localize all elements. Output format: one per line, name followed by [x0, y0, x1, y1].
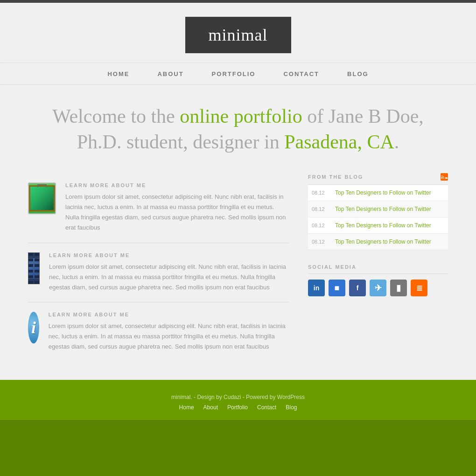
blog-row-2[interactable]: 08.12 Top Ten Designers to Follow on Twi… — [308, 201, 448, 217]
twitter-icon[interactable]: ✈ — [370, 280, 386, 296]
digg-icon[interactable]: ▮ — [390, 280, 407, 296]
info-icon: i — [28, 312, 39, 343]
blog-date-4: 08.12 — [308, 234, 331, 250]
nav-link-portfolio[interactable]: PORTFOLIO — [212, 70, 256, 77]
blog-section-header: FROM THE BLOG — [308, 173, 448, 185]
hero-highlight-2: Pasadena, CA — [284, 131, 394, 153]
footer-nav-contact[interactable]: Contact — [257, 404, 276, 411]
feature-title-1: LEARN MORE ABOUT ME — [65, 182, 289, 188]
hero-text-start: Welcome to the — [52, 105, 180, 127]
feature-item-3: i LEARN MORE ABOUT ME Lorem ipsum dolor … — [28, 302, 289, 361]
blog-section: FROM THE BLOG 08.12 Top Ten Designers to… — [308, 173, 448, 250]
blog-date-1: 08.12 — [308, 185, 331, 201]
footer-credit-text: minimal. - Design by Cudazi - Powered by… — [171, 394, 305, 400]
blog-section-title: FROM THE BLOG — [308, 174, 363, 180]
rss-social-icon[interactable]: ≣ — [411, 280, 427, 296]
footer: minimal. - Design by Cudazi - Powered by… — [0, 380, 476, 420]
blog-title-4: Top Ten Designers to Follow on Twitter — [331, 234, 448, 250]
hero-section: Welcome to the online portfolio of Jane … — [0, 85, 476, 168]
blog-date-2: 08.12 — [308, 201, 331, 217]
blog-table: 08.12 Top Ten Designers to Follow on Twi… — [308, 185, 448, 250]
rss-svg — [441, 174, 445, 180]
blog-date-3: 08.12 — [308, 217, 331, 234]
feature-text-2: LEARN MORE ABOUT ME Lorem ipsum dolor si… — [49, 252, 289, 293]
feature-body-3: Lorem ipsum dolor sit amet, consectetur … — [49, 321, 289, 352]
feature-body-2: Lorem ipsum dolor sit amet, consectetur … — [49, 262, 289, 293]
social-section: SOCIAL MEDIA in ■ f ✈ ▮ ≣ — [308, 264, 448, 296]
hero-text-end: . — [394, 131, 399, 153]
feature-item-2: LEARN MORE ABOUT ME Lorem ipsum dolor si… — [28, 243, 289, 302]
left-column: LEARN MORE ABOUT ME Lorem ipsum dolor si… — [28, 173, 289, 361]
rss-icon[interactable] — [441, 173, 448, 181]
right-column: FROM THE BLOG 08.12 Top Ten Designers to… — [308, 173, 448, 361]
footer-nav-home[interactable]: Home — [179, 404, 194, 411]
nav-link-contact[interactable]: CONTACT — [283, 70, 319, 77]
delicious-icon[interactable]: ■ — [329, 280, 345, 296]
main-content: LEARN MORE ABOUT ME Lorem ipsum dolor si… — [0, 168, 476, 380]
feature-text-3: LEARN MORE ABOUT ME Lorem ipsum dolor si… — [49, 312, 289, 352]
logo-text: minimal — [209, 26, 268, 44]
blog-row-3[interactable]: 08.12 Top Ten Designers to Follow on Twi… — [308, 217, 448, 234]
feature-text-1: LEARN MORE ABOUT ME Lorem ipsum dolor si… — [65, 182, 289, 233]
hero-text-line2: Ph.D. student, designer in — [77, 131, 284, 153]
linkedin-icon[interactable]: in — [308, 280, 325, 296]
logo-box[interactable]: minimal — [185, 17, 291, 53]
nav-item-blog[interactable]: BLOG — [347, 70, 369, 78]
footer-nav-about[interactable]: About — [203, 404, 218, 411]
feature-item-1: LEARN MORE ABOUT ME Lorem ipsum dolor si… — [28, 173, 289, 243]
social-section-title: SOCIAL MEDIA — [308, 264, 357, 270]
feature-body-1: Lorem ipsum dolor sit amet, consectetur … — [65, 192, 289, 233]
nav-item-contact[interactable]: CONTACT — [283, 70, 319, 78]
footer-nav: Home About Portfolio Contact Blog — [9, 404, 467, 411]
footer-credit: minimal. - Design by Cudazi - Powered by… — [9, 394, 467, 400]
hang-wire — [37, 184, 47, 187]
blog-title-2: Top Ten Designers to Follow on Twitter — [331, 201, 448, 217]
social-icons-row: in ■ f ✈ ▮ ≣ — [308, 280, 448, 296]
nav-item-portfolio[interactable]: PORTFOLIO — [212, 70, 256, 78]
film-strip-icon — [28, 252, 40, 284]
blog-title-3: Top Ten Designers to Follow on Twitter — [331, 217, 448, 234]
nav-link-home[interactable]: HOME — [107, 70, 129, 77]
social-section-header: SOCIAL MEDIA — [308, 264, 448, 274]
feature-title-2: LEARN MORE ABOUT ME — [49, 252, 289, 258]
painting-icon — [28, 182, 56, 214]
nav-link-blog[interactable]: BLOG — [347, 70, 369, 77]
navigation: HOME ABOUT PORTFOLIO CONTACT BLOG — [0, 63, 476, 85]
header: minimal — [0, 3, 476, 63]
footer-nav-portfolio[interactable]: Portfolio — [227, 404, 248, 411]
nav-list: HOME ABOUT PORTFOLIO CONTACT BLOG — [0, 70, 476, 78]
blog-row-1[interactable]: 08.12 Top Ten Designers to Follow on Twi… — [308, 185, 448, 201]
film-inner — [28, 258, 39, 279]
facebook-icon[interactable]: f — [349, 280, 366, 296]
painting-frame — [29, 185, 55, 211]
nav-item-about[interactable]: ABOUT — [157, 70, 183, 78]
nav-item-home[interactable]: HOME — [107, 70, 129, 78]
nav-link-about[interactable]: ABOUT — [157, 70, 183, 77]
footer-bottom — [0, 420, 476, 476]
hero-text-mid: of Jane B Doe, — [302, 105, 424, 127]
blog-title-1: Top Ten Designers to Follow on Twitter — [331, 185, 448, 201]
svg-point-1 — [441, 178, 442, 179]
footer-nav-blog[interactable]: Blog — [286, 404, 297, 411]
hero-heading: Welcome to the online portfolio of Jane … — [28, 104, 448, 154]
hero-highlight-1: online portfolio — [180, 105, 302, 127]
blog-row-4[interactable]: 08.12 Top Ten Designers to Follow on Twi… — [308, 234, 448, 250]
feature-title-3: LEARN MORE ABOUT ME — [49, 312, 289, 317]
